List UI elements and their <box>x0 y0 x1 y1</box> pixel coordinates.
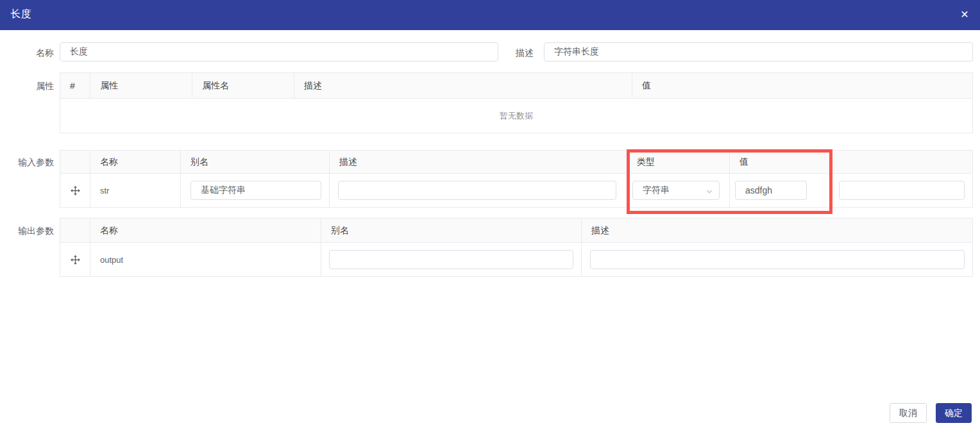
input-params-label: 输入参数 <box>0 157 54 169</box>
cancel-button[interactable]: 取消 <box>890 403 927 423</box>
confirm-button[interactable]: 确定 <box>936 403 972 423</box>
description-input[interactable] <box>338 181 616 200</box>
input-params-table: 名称 别名 描述 类型 值 str <box>60 150 973 208</box>
table-row: output <box>60 243 972 276</box>
param-alias-cell <box>181 174 330 207</box>
length-modal: 长度 ✕ 名称 描述 属性 # 属性 属性名 描述 值 暂无数据 输入参数 名称… <box>0 0 980 430</box>
column-header-name: 名称 <box>90 219 321 242</box>
param-value-cell <box>730 174 832 207</box>
column-header-description: 描述 <box>582 219 972 242</box>
alias-input[interactable] <box>190 181 321 200</box>
column-header-drag <box>60 219 90 242</box>
attributes-table: # 属性 属性名 描述 值 暂无数据 <box>60 72 973 133</box>
desc-label: 描述 <box>480 47 534 59</box>
attributes-table-header: # 属性 属性名 描述 值 <box>60 73 972 99</box>
column-header-attribute-name: 属性名 <box>192 73 294 98</box>
column-header-drag <box>60 151 90 173</box>
param-desc-cell <box>330 174 627 207</box>
column-header-alias: 别名 <box>321 219 582 242</box>
drag-handle-icon[interactable] <box>69 185 81 196</box>
column-header-type: 类型 <box>627 151 730 173</box>
output-params-label: 输出参数 <box>0 226 54 237</box>
param-name-cell: output <box>90 243 321 276</box>
empty-data-placeholder: 暂无数据 <box>60 99 972 133</box>
drag-cell <box>60 174 90 207</box>
table-row: str 字符串 <box>60 174 972 207</box>
param-extra-cell <box>832 174 972 207</box>
type-select[interactable]: 字符串 <box>632 181 720 200</box>
column-header-alias: 别名 <box>181 151 330 173</box>
drag-cell <box>60 243 90 276</box>
description-input[interactable] <box>590 250 965 269</box>
column-header-description: 描述 <box>330 151 627 173</box>
param-type-cell: 字符串 <box>627 174 730 207</box>
column-header-attribute: 属性 <box>90 73 192 98</box>
alias-input[interactable] <box>329 250 573 269</box>
param-alias-cell <box>321 243 582 276</box>
modal-header: 长度 ✕ <box>0 0 980 30</box>
column-header-value: 值 <box>632 73 972 98</box>
name-input[interactable] <box>60 42 498 62</box>
param-desc-cell <box>582 243 972 276</box>
desc-input[interactable] <box>544 42 973 62</box>
column-header-index: # <box>60 73 90 98</box>
value-input[interactable] <box>735 181 807 200</box>
column-header-description: 描述 <box>294 73 632 98</box>
column-header-value: 值 <box>730 151 832 173</box>
column-header-name: 名称 <box>90 151 181 173</box>
type-select-value: 字符串 <box>643 185 670 196</box>
param-name-cell: str <box>90 174 181 207</box>
extra-input[interactable] <box>839 181 965 200</box>
output-params-table-header: 名称 别名 描述 <box>60 219 972 243</box>
input-params-table-header: 名称 别名 描述 类型 值 <box>60 151 972 174</box>
name-label: 名称 <box>0 47 54 59</box>
chevron-down-icon <box>705 187 713 197</box>
drag-handle-icon[interactable] <box>69 254 81 265</box>
close-icon[interactable]: ✕ <box>958 8 972 22</box>
output-params-table: 名称 别名 描述 output <box>60 218 973 277</box>
column-header-extra <box>832 151 972 173</box>
modal-title: 长度 <box>10 8 31 21</box>
attributes-label: 属性 <box>0 81 54 92</box>
